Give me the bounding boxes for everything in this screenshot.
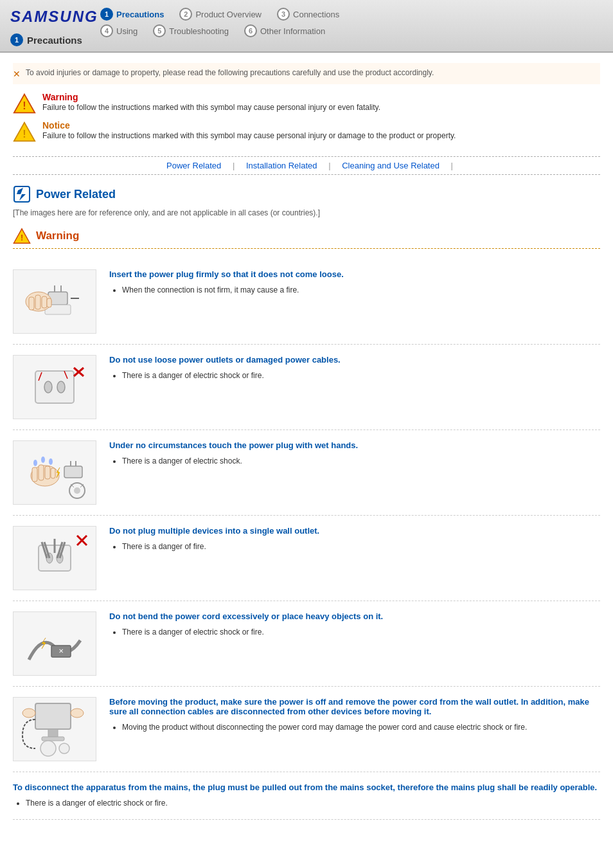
precaution-content-5: Do not bend the power cord excessively o… bbox=[109, 611, 600, 638]
warning-heading: ! Warning bbox=[13, 228, 600, 249]
bullet-2-1: There is a danger of electric shock or f… bbox=[122, 370, 600, 381]
nav-circle-3: 3 bbox=[277, 8, 290, 21]
svg-rect-15 bbox=[47, 298, 51, 307]
notice-text: Failure to follow the instructions marke… bbox=[42, 131, 456, 141]
header: SAMSUNG 1 Precautions 1 Precautions 2 Pr… bbox=[0, 0, 613, 53]
svg-point-57 bbox=[59, 743, 69, 754]
svg-rect-27 bbox=[45, 466, 50, 479]
nav-item-other-info[interactable]: 6 Other Information bbox=[244, 24, 325, 37]
precaution-content-4: Do not plug multiple devices into a sing… bbox=[109, 526, 600, 552]
nav-item-using[interactable]: 4 Using bbox=[100, 24, 138, 37]
nav-label-precautions: Precautions bbox=[116, 10, 164, 19]
precaution-content-3: Under no circumstances touch the power p… bbox=[109, 440, 600, 467]
precaution-title-3: Under no circumstances touch the power p… bbox=[109, 440, 600, 450]
precaution-img-4 bbox=[13, 526, 96, 590]
header-inner: SAMSUNG 1 Precautions 1 Precautions 2 Pr… bbox=[10, 5, 603, 46]
svg-text:✕: ✕ bbox=[58, 647, 64, 655]
warning-heading-label: Warning bbox=[36, 230, 79, 242]
nav-row-1: 1 Precautions 2 Product Overview 3 Conne… bbox=[100, 8, 603, 21]
precaution-img-5: ✕ bbox=[13, 611, 96, 676]
svg-point-31 bbox=[49, 458, 53, 465]
info-bar: ✕ To avoid injuries or damage to propert… bbox=[13, 63, 600, 84]
warning-row: ! Warning Failure to follow the instruct… bbox=[13, 92, 600, 115]
bullet-4-1: There is a danger of fire. bbox=[122, 541, 600, 552]
svg-rect-26 bbox=[39, 465, 44, 480]
nav-row-2: 4 Using 5 Troubleshooting 6 Other Inform… bbox=[100, 24, 603, 37]
svg-text:!: ! bbox=[22, 100, 26, 111]
notice-triangle-icon: ! bbox=[13, 120, 36, 143]
left-nav-precautions[interactable]: 1 Precautions bbox=[10, 33, 82, 46]
precaution-title-6: Before moving the product, make sure the… bbox=[109, 697, 600, 716]
svg-point-36 bbox=[74, 487, 80, 494]
nav-circle-1: 1 bbox=[100, 8, 113, 21]
nav-label-product-overview: Product Overview bbox=[195, 10, 262, 19]
svg-rect-25 bbox=[32, 467, 37, 482]
precaution-content-6: Before moving the product, make sure the… bbox=[109, 697, 600, 733]
info-message: To avoid injuries or damage to property,… bbox=[26, 68, 434, 77]
nav-item-troubleshooting[interactable]: 5 Troubleshooting bbox=[153, 24, 229, 37]
nav-item-precautions[interactable]: 1 Precautions bbox=[100, 8, 164, 21]
warning-text: Failure to follow the instructions marke… bbox=[42, 102, 380, 113]
bullet-7-1: There is a danger of electric shock or f… bbox=[26, 797, 600, 809]
nav-circle-4: 4 bbox=[100, 24, 113, 37]
precaution-img-2 bbox=[13, 355, 96, 419]
tab-power-related[interactable]: Power Related bbox=[166, 161, 221, 170]
precaution-bullets-2: There is a danger of electric shock or f… bbox=[122, 370, 600, 381]
precaution-item-7: To disconnect the apparatus from the mai… bbox=[13, 772, 600, 820]
svg-rect-14 bbox=[42, 296, 47, 308]
warning-heading-icon: ! bbox=[13, 228, 31, 244]
nav-label-troubleshooting: Troubleshooting bbox=[169, 26, 229, 36]
precaution-title-5: Do not bend the power cord excessively o… bbox=[109, 611, 600, 621]
precaution-title-1: Insert the power plug firmly so that it … bbox=[109, 269, 600, 279]
left-nav-circle: 1 bbox=[10, 33, 23, 46]
precaution-item-1: Insert the power plug firmly so that it … bbox=[13, 259, 600, 345]
precaution-item-4: Do not plug multiple devices into a sing… bbox=[13, 516, 600, 601]
caution-icon: ✕ bbox=[13, 69, 21, 79]
precaution-bullets-1: When the connection is not firm, it may … bbox=[122, 284, 600, 296]
svg-point-18 bbox=[44, 381, 52, 393]
svg-rect-32 bbox=[64, 466, 82, 478]
precaution-bullets-4: There is a danger of fire. bbox=[122, 541, 600, 552]
precaution-img-6 bbox=[13, 697, 96, 761]
svg-rect-28 bbox=[51, 468, 55, 478]
tab-sep-2: | bbox=[328, 161, 330, 170]
warning-content: Warning Failure to follow the instructio… bbox=[42, 92, 380, 113]
left-nav-label: Precautions bbox=[27, 35, 82, 46]
samsung-logo: SAMSUNG bbox=[10, 8, 98, 26]
svg-rect-51 bbox=[35, 703, 71, 729]
tab-installation-related[interactable]: Installation Related bbox=[246, 161, 317, 170]
precaution-item-2: Do not use loose power outlets or damage… bbox=[13, 345, 600, 430]
tab-sep-3: | bbox=[451, 161, 453, 170]
bullet-6-1: Moving the product without disconnecting… bbox=[122, 721, 600, 733]
section-title: Power Related bbox=[36, 188, 116, 201]
precaution-item-5: ✕ Do not bend the power cord excessively… bbox=[13, 601, 600, 687]
plug-image-1 bbox=[16, 273, 93, 330]
precaution-title-4: Do not plug multiple devices into a sing… bbox=[109, 526, 600, 536]
bullet-1-1: When the connection is not firm, it may … bbox=[122, 284, 600, 296]
svg-rect-52 bbox=[48, 729, 58, 737]
svg-point-29 bbox=[33, 460, 37, 466]
nav-circle-2: 2 bbox=[179, 8, 192, 21]
plug-image-2 bbox=[16, 358, 93, 416]
nav-item-connections[interactable]: 3 Connections bbox=[277, 8, 339, 21]
symbol-rows: ! Warning Failure to follow the instruct… bbox=[13, 92, 600, 143]
precaution-bullets-7: There is a danger of electric shock or f… bbox=[26, 797, 600, 809]
precaution-item-6: Before moving the product, make sure the… bbox=[13, 687, 600, 772]
svg-point-19 bbox=[57, 381, 65, 393]
svg-point-30 bbox=[41, 457, 45, 463]
svg-text:!: ! bbox=[21, 233, 23, 242]
tab-cleaning-use-related[interactable]: Cleaning and Use Related bbox=[342, 161, 440, 170]
plug-image-3 bbox=[16, 440, 93, 505]
precaution-bullets-5: There is a danger of electric shock or f… bbox=[122, 626, 600, 638]
nav-item-product-overview[interactable]: 2 Product Overview bbox=[179, 8, 262, 21]
svg-point-55 bbox=[71, 709, 84, 718]
header-left: SAMSUNG 1 Precautions bbox=[10, 5, 100, 46]
plug-image-4 bbox=[16, 529, 93, 587]
tab-bar: Power Related | Installation Related | C… bbox=[13, 156, 600, 175]
svg-rect-53 bbox=[42, 737, 64, 741]
header-nav: 1 Precautions 2 Product Overview 3 Conne… bbox=[100, 5, 603, 37]
svg-rect-17 bbox=[35, 371, 74, 403]
precaution-bullets-6: Moving the product without disconnecting… bbox=[122, 721, 600, 733]
section-heading: Power Related bbox=[13, 185, 600, 203]
precaution-bullets-3: There is a danger of electric shock. bbox=[122, 455, 600, 467]
